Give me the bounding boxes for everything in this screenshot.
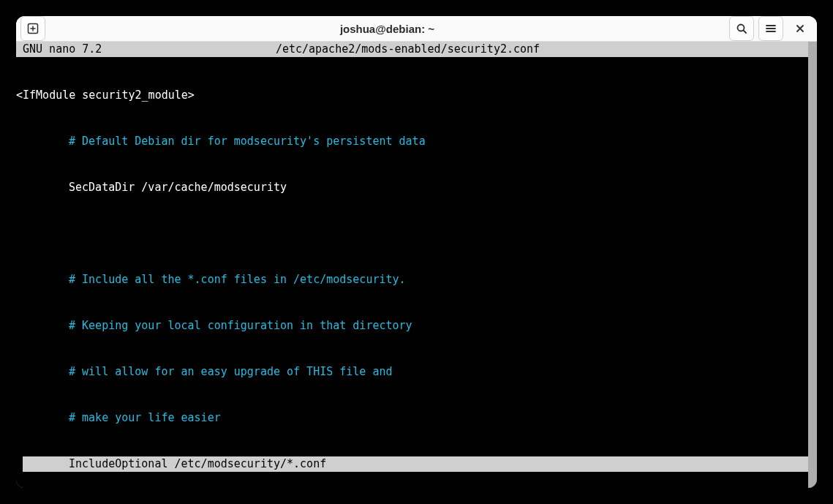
code-comment: # Keeping your local configuration in th… (69, 319, 412, 332)
close-button[interactable] (788, 16, 813, 41)
code-line: <IfModule security2_module> (16, 89, 195, 102)
search-button[interactable] (729, 16, 754, 41)
menu-button[interactable] (758, 16, 783, 41)
nano-header: /etc/apache2/mods-enabled/security2.conf… (16, 42, 808, 57)
code-comment: # Default Debian dir for modsecurity's p… (69, 135, 426, 148)
new-tab-button[interactable] (20, 16, 45, 41)
terminal-content[interactable]: /etc/apache2/mods-enabled/security2.conf… (16, 42, 808, 488)
cursor-line: IncludeOptional /etc/modsecurity/*.conf (23, 456, 808, 472)
search-icon (736, 23, 747, 34)
code-comment: # Include all the *.conf files in /etc/m… (69, 273, 406, 286)
code-comment: # make your life easier (69, 411, 221, 424)
titlebar: joshua@debian: ~ (16, 16, 817, 42)
terminal-window: joshua@debian: ~ /etc/apache2/mods-enabl… (16, 16, 817, 488)
code-comment: # will allow for an easy upgrade of THIS… (69, 365, 393, 378)
new-tab-icon (27, 23, 39, 34)
editor-area[interactable]: <IfModule security2_module> # Default De… (16, 57, 808, 488)
nano-filepath: /etc/apache2/mods-enabled/security2.conf (16, 42, 799, 57)
code-line: SecDataDir /var/cache/modsecurity (69, 181, 287, 194)
scrollbar[interactable] (808, 42, 817, 488)
terminal-body: /etc/apache2/mods-enabled/security2.conf… (16, 42, 817, 488)
window-title: joshua@debian: ~ (50, 23, 725, 35)
hamburger-icon (765, 23, 777, 34)
close-icon (795, 23, 805, 34)
code-line-highlighted: IncludeOptional /etc/modsecurity/*.conf (69, 456, 326, 472)
